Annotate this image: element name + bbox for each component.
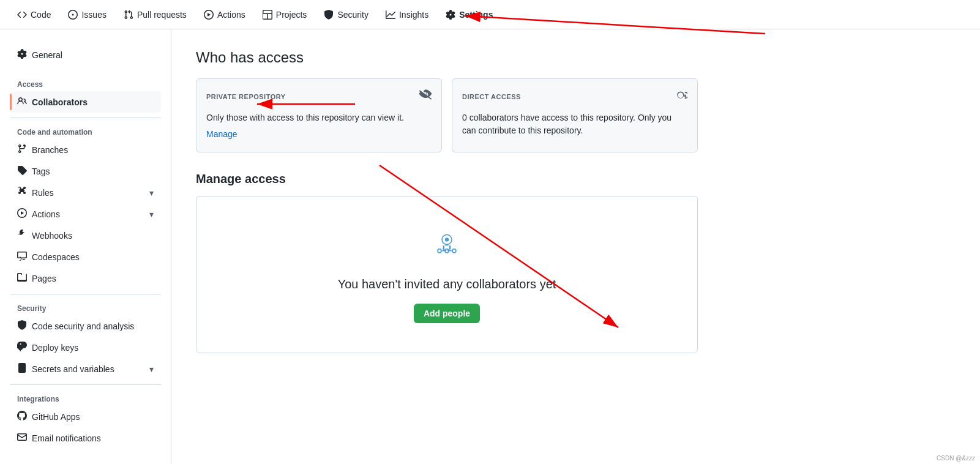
shield-icon <box>17 320 27 332</box>
watermark: CSDN @&zzz <box>937 455 975 462</box>
private-repo-title: PRIVATE REPOSITORY <box>206 93 286 100</box>
code-icon <box>17 10 27 20</box>
pages-icon <box>17 272 27 284</box>
direct-access-text: 0 collaborators have access to this repo… <box>462 111 687 137</box>
branch-icon <box>17 144 27 155</box>
manage-link[interactable]: Manage <box>206 129 238 139</box>
manage-access-box: You haven't invited any collaborators ye… <box>196 196 698 353</box>
sidebar-section-integrations: Integrations <box>10 390 161 406</box>
direct-access-card: DIRECT ACCESS 0 collaborators have acces… <box>452 78 698 152</box>
nav-pull-requests[interactable]: Pull requests <box>116 5 194 24</box>
rules-icon <box>17 187 27 198</box>
nav-projects[interactable]: Projects <box>255 5 315 24</box>
actions-chevron-icon: ▾ <box>149 209 154 219</box>
nav-actions-label: Actions <box>217 10 245 20</box>
nav-projects-label: Projects <box>276 10 307 20</box>
sidebar-item-branches[interactable]: Branches <box>10 139 161 160</box>
sidebar-section-security: Security <box>10 299 161 315</box>
webhook-icon <box>17 230 27 241</box>
actions-icon <box>204 10 214 20</box>
sidebar-item-deploy-keys-label: Deploy keys <box>32 343 78 353</box>
people-icon <box>17 96 27 108</box>
sidebar-divider-3 <box>10 384 161 385</box>
sidebar-item-deploy-keys[interactable]: Deploy keys <box>10 337 161 358</box>
svg-rect-15 <box>443 249 444 251</box>
sidebar-item-rules[interactable]: Rules ▾ <box>10 182 161 203</box>
key-icon <box>17 342 27 353</box>
nav-settings-label: Settings <box>459 10 493 20</box>
nav-security[interactable]: Security <box>316 5 376 24</box>
sidebar-item-code-security-label: Code security and analysis <box>32 321 134 331</box>
who-has-access-title: Who has access <box>196 49 698 66</box>
sidebar-divider-2 <box>10 294 161 294</box>
sidebar-item-collaborators[interactable]: Collaborators <box>10 91 161 113</box>
sidebar-item-github-apps-label: GitHub Apps <box>32 412 80 422</box>
nav-pr-label: Pull requests <box>137 10 187 20</box>
svg-rect-4 <box>449 245 451 249</box>
nav-issues-label: Issues <box>81 10 106 20</box>
mail-icon <box>17 432 27 444</box>
private-repo-text: Only those with access to this repositor… <box>206 111 432 124</box>
sidebar-item-tags[interactable]: Tags <box>10 160 161 182</box>
sidebar-item-actions-label: Actions <box>32 209 60 219</box>
svg-rect-14 <box>453 249 456 253</box>
sidebar-divider-1 <box>10 118 161 118</box>
sidebar: General Access Collaborators Code and au… <box>0 29 171 464</box>
sidebar-item-github-apps[interactable]: GitHub Apps <box>10 406 161 427</box>
tag-icon <box>17 165 27 177</box>
sidebar-item-webhooks[interactable]: Webhooks <box>10 225 161 246</box>
sidebar-section-code: Code and automation <box>10 123 161 139</box>
sidebar-item-rules-label: Rules <box>32 188 54 198</box>
sidebar-item-secrets[interactable]: Secrets and variables ▾ <box>10 358 161 380</box>
direct-access-title: DIRECT ACCESS <box>462 93 521 100</box>
settings-icon <box>446 10 455 20</box>
nav-insights[interactable]: Insights <box>378 5 436 24</box>
actions-sidebar-icon <box>17 208 27 220</box>
sidebar-general[interactable]: General <box>10 44 161 65</box>
sidebar-item-branches-label: Branches <box>32 145 68 155</box>
sidebar-item-secrets-label: Secrets and variables <box>32 364 114 374</box>
access-cards: PRIVATE REPOSITORY Only those with acces… <box>196 78 698 152</box>
collab-empty-icon <box>427 226 466 265</box>
rules-chevron-icon: ▾ <box>149 188 154 198</box>
sidebar-item-actions[interactable]: Actions ▾ <box>10 203 161 225</box>
sidebar-item-codespaces[interactable]: Codespaces <box>10 246 161 268</box>
insights-icon <box>386 10 395 20</box>
secrets-icon <box>17 363 27 375</box>
nav-settings[interactable]: Settings <box>438 5 500 24</box>
projects-icon <box>263 10 272 20</box>
codespaces-icon <box>17 251 27 263</box>
direct-access-header: DIRECT ACCESS <box>462 89 687 104</box>
sidebar-section-access: Access <box>10 75 161 91</box>
sidebar-item-webhooks-label: Webhooks <box>32 231 72 241</box>
sidebar-general-label: General <box>32 50 62 60</box>
nav-security-label: Security <box>337 10 368 20</box>
app-icon <box>17 411 27 422</box>
sidebar-item-codespaces-label: Codespaces <box>32 252 80 262</box>
svg-point-1 <box>445 238 449 241</box>
no-collab-text: You haven't invited any collaborators ye… <box>338 277 556 291</box>
main-layout: General Access Collaborators Code and au… <box>0 29 980 464</box>
sidebar-item-code-security[interactable]: Code security and analysis <box>10 315 161 337</box>
private-repo-card: PRIVATE REPOSITORY Only those with acces… <box>196 78 442 152</box>
eye-slash-icon <box>419 89 432 104</box>
sidebar-item-pages[interactable]: Pages <box>10 268 161 289</box>
sidebar-item-tags-label: Tags <box>32 167 50 176</box>
sidebar-item-collaborators-label: Collaborators <box>32 97 88 107</box>
person-add-icon <box>675 89 687 104</box>
manage-access-title: Manage access <box>196 172 698 186</box>
nav-insights-label: Insights <box>399 10 428 20</box>
svg-rect-2 <box>445 244 449 245</box>
nav-code[interactable]: Code <box>10 5 58 24</box>
pr-icon <box>124 10 133 20</box>
sidebar-item-email-notifications[interactable]: Email notifications <box>10 427 161 449</box>
top-nav: Code Issues Pull requests Actions Projec… <box>0 0 980 29</box>
nav-actions[interactable]: Actions <box>196 5 253 24</box>
add-people-button[interactable]: Add people <box>414 304 480 323</box>
gear-icon <box>17 49 27 61</box>
sidebar-item-email-label: Email notifications <box>32 433 101 443</box>
main-content: Who has access PRIVATE REPOSITORY Only t… <box>171 29 722 464</box>
nav-issues[interactable]: Issues <box>61 5 113 24</box>
nav-code-label: Code <box>31 10 51 20</box>
private-repo-header: PRIVATE REPOSITORY <box>206 89 432 104</box>
